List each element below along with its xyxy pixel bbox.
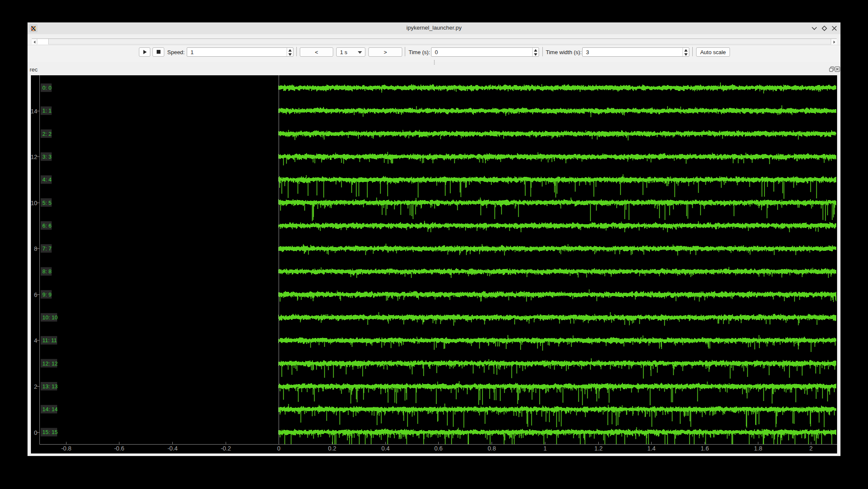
svg-text:-0.4: -0.4 <box>167 445 177 452</box>
svg-text:5: 5: 5: 5 <box>42 200 52 206</box>
svg-text:1.2: 1.2 <box>594 445 603 452</box>
svg-text:0.8: 0.8 <box>488 445 496 452</box>
svg-text:1: 1 <box>544 445 547 452</box>
svg-text:3: 3: 3: 3 <box>42 154 52 160</box>
svg-text:15: 15: 15: 15 <box>42 429 58 435</box>
svg-text:2: 2 <box>810 445 813 452</box>
svg-text:-0.8: -0.8 <box>61 445 71 452</box>
svg-text:10: 10: 10: 10 <box>42 314 58 321</box>
svg-text:12: 12 <box>31 154 37 160</box>
svg-text:1.4: 1.4 <box>647 445 656 452</box>
svg-text:1: 1: 1: 1 <box>42 107 52 114</box>
svg-text:6: 6: 6: 6 <box>42 223 52 229</box>
svg-text:14: 14 <box>31 108 37 115</box>
svg-text:0.2: 0.2 <box>328 445 337 452</box>
svg-text:2: 2: 2: 2 <box>42 131 52 137</box>
svg-text:11: 11: 11: 11 <box>42 337 57 343</box>
svg-text:1.8: 1.8 <box>754 445 763 452</box>
svg-text:8: 8: 8: 8 <box>42 268 52 275</box>
svg-text:0: 0 <box>277 445 281 452</box>
svg-text:10: 10 <box>31 200 37 206</box>
svg-text:12: 12: 12: 12 <box>42 360 58 367</box>
svg-text:4: 4: 4: 4 <box>42 176 52 183</box>
svg-text:0.4: 0.4 <box>381 445 390 452</box>
svg-text:4: 4 <box>34 337 37 344</box>
svg-text:-0.2: -0.2 <box>221 445 231 452</box>
svg-text:-0.6: -0.6 <box>114 445 124 452</box>
svg-text:0: 0 <box>34 429 37 436</box>
svg-text:9: 9: 9: 9 <box>42 291 52 298</box>
svg-text:8: 8 <box>34 245 37 252</box>
svg-text:7: 7: 7: 7 <box>42 245 52 252</box>
svg-text:1.6: 1.6 <box>701 445 709 452</box>
svg-text:13: 13: 13: 13 <box>42 383 58 390</box>
svg-text:0.6: 0.6 <box>434 445 443 452</box>
svg-text:14: 14: 14: 14 <box>42 406 58 412</box>
svg-text:2: 2 <box>34 383 37 390</box>
svg-text:6: 6 <box>34 291 37 298</box>
svg-text:0: 0: 0: 0 <box>42 85 52 91</box>
